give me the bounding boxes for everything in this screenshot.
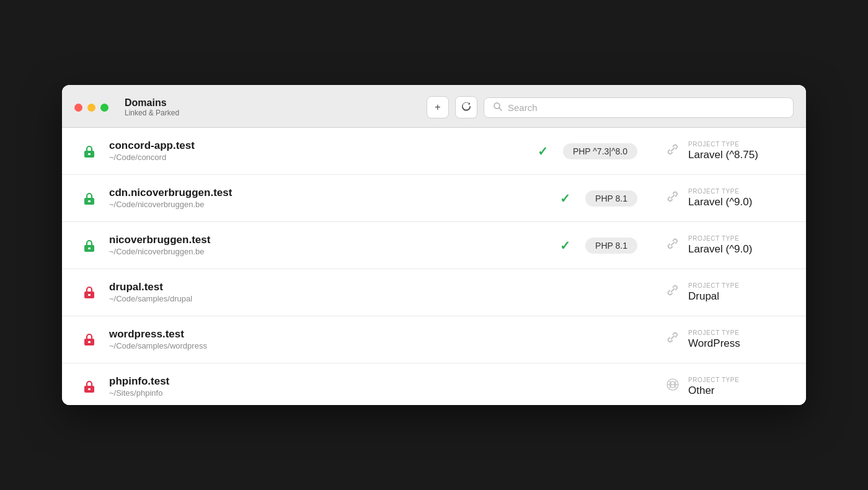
traffic-lights	[74, 104, 108, 112]
project-type-info: PROJECT TYPE Other	[688, 376, 739, 398]
ssl-icon	[79, 141, 99, 161]
svg-rect-3	[88, 153, 91, 155]
svg-rect-11	[88, 341, 91, 343]
domain-row[interactable]: phpinfo.test ~/Sites/phpinfo PROJECT TYP…	[62, 363, 806, 405]
project-type-value: Laravel (^9.0)	[688, 243, 752, 256]
domain-row[interactable]: wordpress.test ~/Code/samples/wordpress …	[62, 316, 806, 363]
ssl-icon	[79, 189, 99, 208]
domain-name: wordpress.test	[109, 327, 368, 341]
project-type-label: PROJECT TYPE	[688, 234, 752, 243]
domain-info: drupal.test ~/Code/samples/drupal	[109, 280, 368, 305]
domain-path: ~/Code/samples/drupal	[109, 294, 368, 305]
php-badge: PHP 8.1	[585, 190, 637, 207]
project-type-label: PROJECT TYPE	[688, 187, 752, 195]
project-type-info: PROJECT TYPE Laravel (^9.0)	[688, 187, 752, 209]
domain-info: concord-app.test ~/Code/concord	[109, 139, 528, 163]
domain-row[interactable]: drupal.test ~/Code/samples/drupal PROJEC…	[62, 269, 806, 316]
php-badge: PHP ^7.3|^8.0	[563, 143, 637, 159]
svg-rect-5	[88, 200, 91, 202]
add-button[interactable]: +	[427, 96, 449, 118]
svg-line-1	[499, 108, 502, 110]
plus-icon: +	[435, 102, 440, 113]
close-button[interactable]	[74, 104, 82, 112]
ssl-icon	[79, 236, 99, 256]
project-type-section: PROJECT TYPE Other	[665, 376, 789, 398]
domain-name: nicoverbruggen.test	[109, 233, 550, 247]
ssl-icon	[79, 282, 99, 302]
check-icon: ✓	[560, 238, 570, 253]
project-type-value: Drupal	[688, 290, 739, 303]
search-input[interactable]	[508, 102, 784, 113]
domain-row[interactable]: cdn.nicoverbruggen.test ~/Code/nicoverbr…	[62, 175, 806, 222]
chain-icon	[665, 236, 681, 256]
project-type-section: PROJECT TYPE WordPress	[665, 329, 789, 350]
chain-icon	[665, 282, 681, 302]
maximize-button[interactable]	[100, 104, 108, 112]
project-type-section: PROJECT TYPE Drupal	[665, 282, 789, 303]
domain-row[interactable]: nicoverbruggen.test ~/Code/nicoverbrugge…	[62, 222, 806, 269]
chain-icon	[665, 376, 681, 396]
domain-row[interactable]: concord-app.test ~/Code/concord ✓ PHP ^7…	[62, 128, 806, 175]
project-type-value: Other	[688, 384, 739, 398]
project-type-label: PROJECT TYPE	[688, 329, 740, 337]
project-type-info: PROJECT TYPE Laravel (^8.75)	[688, 140, 758, 162]
domain-info: wordpress.test ~/Code/samples/wordpress	[109, 327, 368, 352]
project-type-value: Laravel (^9.0)	[688, 195, 752, 209]
svg-rect-7	[88, 247, 91, 249]
project-type-section: PROJECT TYPE Laravel (^9.0)	[665, 187, 789, 209]
domain-path: ~/Sites/phpinfo	[109, 388, 368, 399]
project-type-value: Laravel (^8.75)	[688, 148, 758, 162]
domain-list: concord-app.test ~/Code/concord ✓ PHP ^7…	[62, 128, 806, 405]
titlebar-actions: +	[427, 96, 794, 118]
window-title: Domains	[125, 97, 179, 109]
ssl-icon	[79, 376, 99, 396]
refresh-icon	[461, 101, 471, 114]
minimize-button[interactable]	[87, 104, 95, 112]
project-type-info: PROJECT TYPE Drupal	[688, 282, 739, 303]
refresh-button[interactable]	[455, 96, 477, 118]
search-icon	[493, 102, 503, 114]
domain-path: ~/Code/nicoverbruggen.be	[109, 200, 550, 210]
domain-name: cdn.nicoverbruggen.test	[109, 186, 550, 200]
check-icon: ✓	[538, 144, 548, 159]
domain-name: phpinfo.test	[109, 375, 368, 388]
project-type-section: PROJECT TYPE Laravel (^9.0)	[665, 234, 789, 256]
project-type-label: PROJECT TYPE	[688, 376, 739, 384]
domain-info: nicoverbruggen.test ~/Code/nicoverbrugge…	[109, 233, 550, 257]
ssl-icon	[79, 329, 99, 349]
titlebar: Domains Linked & Parked +	[62, 85, 806, 128]
project-type-info: PROJECT TYPE Laravel (^9.0)	[688, 234, 752, 256]
domain-name: concord-app.test	[109, 139, 528, 153]
title-section: Domains Linked & Parked	[125, 97, 179, 118]
domain-path: ~/Code/nicoverbruggen.be	[109, 247, 550, 257]
domain-info: phpinfo.test ~/Sites/phpinfo	[109, 375, 368, 399]
chain-icon	[665, 189, 681, 208]
domain-path: ~/Code/samples/wordpress	[109, 341, 368, 352]
svg-rect-13	[88, 388, 91, 390]
project-type-value: WordPress	[688, 337, 740, 350]
chain-icon	[665, 141, 681, 161]
chain-icon	[665, 329, 681, 349]
window-subtitle: Linked & Parked	[125, 109, 179, 118]
project-type-label: PROJECT TYPE	[688, 282, 739, 290]
domain-name: drupal.test	[109, 280, 368, 294]
main-window: Domains Linked & Parked +	[62, 85, 806, 405]
project-type-info: PROJECT TYPE WordPress	[688, 329, 740, 350]
project-type-section: PROJECT TYPE Laravel (^8.75)	[665, 140, 789, 162]
php-badge: PHP 8.1	[585, 238, 637, 254]
check-icon: ✓	[560, 191, 570, 206]
domain-info: cdn.nicoverbruggen.test ~/Code/nicoverbr…	[109, 186, 550, 210]
project-type-label: PROJECT TYPE	[688, 140, 758, 148]
search-bar[interactable]	[484, 97, 794, 118]
domain-path: ~/Code/concord	[109, 153, 528, 163]
svg-rect-9	[88, 294, 91, 296]
